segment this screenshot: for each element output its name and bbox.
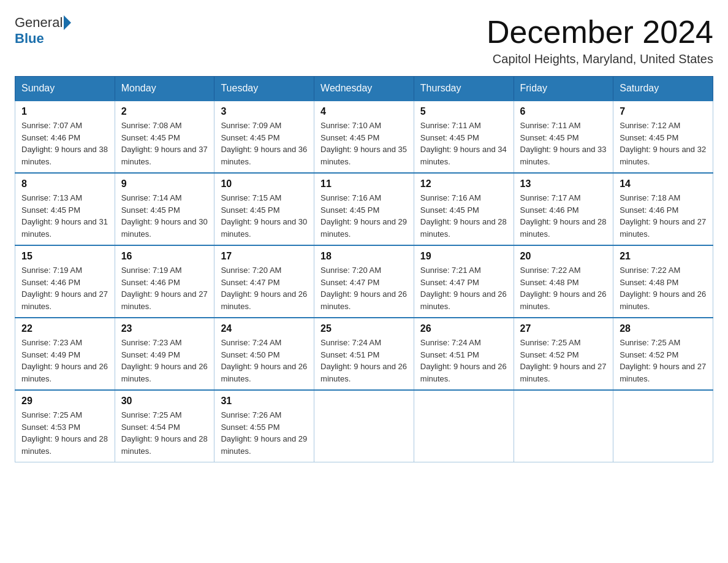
day-number: 8: [21, 178, 108, 190]
logo-blue-text: Blue: [15, 31, 44, 47]
calendar-day: 24Sunrise: 7:24 AMSunset: 4:50 PMDayligh…: [214, 318, 314, 390]
calendar-day: 2Sunrise: 7:08 AMSunset: 4:45 PMDaylight…: [115, 101, 214, 173]
calendar-day: 29Sunrise: 7:25 AMSunset: 4:53 PMDayligh…: [15, 390, 115, 462]
calendar-day: 18Sunrise: 7:20 AMSunset: 4:47 PMDayligh…: [314, 245, 414, 318]
day-info: Sunrise: 7:22 AMSunset: 4:48 PMDaylight:…: [520, 264, 607, 312]
day-number: 17: [221, 251, 308, 262]
day-info: Sunrise: 7:24 AMSunset: 4:51 PMDaylight:…: [320, 337, 408, 385]
calendar-week-3: 15Sunrise: 7:19 AMSunset: 4:46 PMDayligh…: [15, 245, 713, 318]
calendar-table: SundayMondayTuesdayWednesdayThursdayFrid…: [15, 76, 713, 462]
day-info: Sunrise: 7:09 AMSunset: 4:45 PMDaylight:…: [221, 120, 308, 167]
day-info: Sunrise: 7:08 AMSunset: 4:45 PMDaylight:…: [121, 120, 208, 167]
calendar-day: 8Sunrise: 7:13 AMSunset: 4:45 PMDaylight…: [15, 173, 115, 245]
day-number: 3: [221, 106, 308, 117]
logo-triangle-icon: [64, 15, 71, 30]
calendar-day: 25Sunrise: 7:24 AMSunset: 4:51 PMDayligh…: [314, 318, 414, 390]
calendar-day: 23Sunrise: 7:23 AMSunset: 4:49 PMDayligh…: [115, 318, 214, 390]
day-info: Sunrise: 7:25 AMSunset: 4:53 PMDaylight:…: [21, 409, 108, 457]
calendar-day: 17Sunrise: 7:20 AMSunset: 4:47 PMDayligh…: [214, 245, 314, 318]
day-number: 5: [420, 106, 507, 117]
day-number: 2: [121, 106, 208, 117]
day-info: Sunrise: 7:24 AMSunset: 4:51 PMDaylight:…: [420, 337, 507, 385]
calendar-day: 22Sunrise: 7:23 AMSunset: 4:49 PMDayligh…: [15, 318, 115, 390]
header-thursday: Thursday: [414, 77, 514, 101]
day-number: 9: [121, 178, 208, 190]
page-header: General Blue December 2024 Capitol Heigh…: [15, 15, 713, 66]
day-number: 21: [620, 251, 707, 262]
calendar-day: 9Sunrise: 7:14 AMSunset: 4:45 PMDaylight…: [115, 173, 214, 245]
calendar-day: 6Sunrise: 7:11 AMSunset: 4:45 PMDaylight…: [514, 101, 613, 173]
header-friday: Friday: [514, 77, 613, 101]
day-info: Sunrise: 7:21 AMSunset: 4:47 PMDaylight:…: [420, 264, 507, 312]
calendar-day: [314, 390, 414, 462]
calendar-day: 19Sunrise: 7:21 AMSunset: 4:47 PMDayligh…: [414, 245, 514, 318]
day-info: Sunrise: 7:19 AMSunset: 4:46 PMDaylight:…: [121, 264, 208, 312]
day-info: Sunrise: 7:24 AMSunset: 4:50 PMDaylight:…: [221, 337, 308, 385]
day-info: Sunrise: 7:25 AMSunset: 4:54 PMDaylight:…: [121, 409, 208, 457]
day-number: 23: [121, 323, 208, 334]
calendar-week-2: 8Sunrise: 7:13 AMSunset: 4:45 PMDaylight…: [15, 173, 713, 245]
logo-general-text: General: [15, 15, 63, 31]
day-number: 13: [520, 178, 607, 190]
day-info: Sunrise: 7:23 AMSunset: 4:49 PMDaylight:…: [121, 337, 208, 385]
calendar-day: 10Sunrise: 7:15 AMSunset: 4:45 PMDayligh…: [214, 173, 314, 245]
day-number: 12: [420, 178, 507, 190]
day-info: Sunrise: 7:22 AMSunset: 4:48 PMDaylight:…: [620, 264, 707, 312]
day-info: Sunrise: 7:16 AMSunset: 4:45 PMDaylight:…: [320, 192, 408, 240]
day-number: 31: [221, 396, 308, 407]
day-info: Sunrise: 7:20 AMSunset: 4:47 PMDaylight:…: [320, 264, 408, 312]
calendar-day: 31Sunrise: 7:26 AMSunset: 4:55 PMDayligh…: [214, 390, 314, 462]
day-number: 19: [420, 251, 507, 262]
day-number: 14: [620, 178, 707, 190]
calendar-day: 15Sunrise: 7:19 AMSunset: 4:46 PMDayligh…: [15, 245, 115, 318]
day-number: 7: [620, 106, 707, 117]
day-number: 11: [320, 178, 408, 190]
day-info: Sunrise: 7:23 AMSunset: 4:49 PMDaylight:…: [21, 337, 108, 385]
calendar-day: [613, 390, 713, 462]
day-info: Sunrise: 7:25 AMSunset: 4:52 PMDaylight:…: [620, 337, 707, 385]
calendar-day: 27Sunrise: 7:25 AMSunset: 4:52 PMDayligh…: [514, 318, 613, 390]
day-number: 20: [520, 251, 607, 262]
day-info: Sunrise: 7:20 AMSunset: 4:47 PMDaylight:…: [221, 264, 308, 312]
calendar-day: 13Sunrise: 7:17 AMSunset: 4:46 PMDayligh…: [514, 173, 613, 245]
day-info: Sunrise: 7:11 AMSunset: 4:45 PMDaylight:…: [520, 120, 607, 167]
day-info: Sunrise: 7:15 AMSunset: 4:45 PMDaylight:…: [221, 192, 308, 240]
day-number: 1: [21, 106, 108, 117]
day-number: 18: [320, 251, 408, 262]
location-subtitle: Capitol Heights, Maryland, United States: [487, 52, 713, 66]
calendar-week-4: 22Sunrise: 7:23 AMSunset: 4:49 PMDayligh…: [15, 318, 713, 390]
day-number: 26: [420, 323, 507, 334]
day-info: Sunrise: 7:26 AMSunset: 4:55 PMDaylight:…: [221, 409, 308, 457]
day-number: 15: [21, 251, 108, 262]
day-number: 10: [221, 178, 308, 190]
header-row: SundayMondayTuesdayWednesdayThursdayFrid…: [15, 77, 713, 101]
day-info: Sunrise: 7:18 AMSunset: 4:46 PMDaylight:…: [620, 192, 707, 240]
day-number: 30: [121, 396, 208, 407]
day-number: 25: [320, 323, 408, 334]
day-number: 28: [620, 323, 707, 334]
day-info: Sunrise: 7:13 AMSunset: 4:45 PMDaylight:…: [21, 192, 108, 240]
calendar-day: 11Sunrise: 7:16 AMSunset: 4:45 PMDayligh…: [314, 173, 414, 245]
logo: General Blue: [15, 15, 72, 47]
calendar-day: 20Sunrise: 7:22 AMSunset: 4:48 PMDayligh…: [514, 245, 613, 318]
header-saturday: Saturday: [613, 77, 713, 101]
day-info: Sunrise: 7:17 AMSunset: 4:46 PMDaylight:…: [520, 192, 607, 240]
calendar-day: [514, 390, 613, 462]
title-area: December 2024 Capitol Heights, Maryland,…: [487, 15, 713, 66]
calendar-day: 14Sunrise: 7:18 AMSunset: 4:46 PMDayligh…: [613, 173, 713, 245]
day-number: 27: [520, 323, 607, 334]
day-info: Sunrise: 7:07 AMSunset: 4:46 PMDaylight:…: [21, 120, 108, 167]
day-number: 29: [21, 396, 108, 407]
calendar-day: 5Sunrise: 7:11 AMSunset: 4:45 PMDaylight…: [414, 101, 514, 173]
calendar-day: 7Sunrise: 7:12 AMSunset: 4:45 PMDaylight…: [613, 101, 713, 173]
calendar-day: 30Sunrise: 7:25 AMSunset: 4:54 PMDayligh…: [115, 390, 214, 462]
header-sunday: Sunday: [15, 77, 115, 101]
calendar-day: 21Sunrise: 7:22 AMSunset: 4:48 PMDayligh…: [613, 245, 713, 318]
calendar-header: SundayMondayTuesdayWednesdayThursdayFrid…: [15, 77, 713, 101]
header-tuesday: Tuesday: [214, 77, 314, 101]
calendar-week-1: 1Sunrise: 7:07 AMSunset: 4:46 PMDaylight…: [15, 101, 713, 173]
calendar-day: 3Sunrise: 7:09 AMSunset: 4:45 PMDaylight…: [214, 101, 314, 173]
day-number: 24: [221, 323, 308, 334]
day-info: Sunrise: 7:10 AMSunset: 4:45 PMDaylight:…: [320, 120, 408, 167]
calendar-day: 26Sunrise: 7:24 AMSunset: 4:51 PMDayligh…: [414, 318, 514, 390]
